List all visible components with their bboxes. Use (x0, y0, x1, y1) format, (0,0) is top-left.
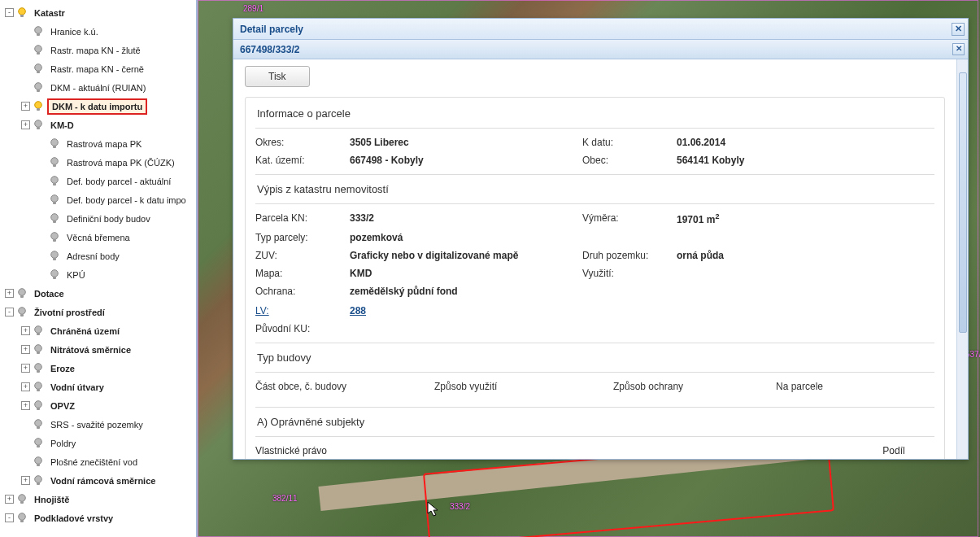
section-title: Informace o parcele (257, 107, 934, 120)
expand-icon[interactable]: + (5, 289, 14, 298)
layer-tree[interactable]: -KatastrHranice k.ú.Rastr. mapa KN - žlu… (0, 0, 198, 537)
tree-node-label: Chráněná území (47, 325, 123, 338)
svg-rect-37 (37, 351, 40, 354)
value: Graficky nebo v digitalizované mapě (350, 250, 577, 261)
tree-node[interactable]: Def. body parcel - aktuální (0, 172, 196, 190)
collapse-icon[interactable]: - (5, 513, 14, 522)
svg-rect-27 (53, 258, 56, 260)
bulb-icon[interactable] (33, 43, 44, 58)
expand-icon[interactable]: + (21, 345, 30, 354)
tree-node[interactable]: SRS - svažité pozemky (0, 415, 196, 434)
bulb-icon[interactable] (49, 249, 60, 264)
bulb-icon[interactable] (16, 305, 28, 320)
tree-node[interactable]: Def. body parcel - k datu impo (0, 190, 196, 209)
expand-icon[interactable]: + (21, 326, 30, 335)
tree-node[interactable]: Hranice k.ú. (0, 22, 196, 41)
svg-point-42 (35, 400, 42, 408)
bulb-icon[interactable] (49, 193, 60, 207)
bulb-icon[interactable] (33, 417, 44, 432)
print-button[interactable]: Tisk (245, 66, 310, 87)
tree-node[interactable]: -Podkladové vrstvy (0, 509, 196, 527)
expand-icon[interactable]: + (21, 364, 30, 373)
tree-node[interactable]: -Katastr (0, 3, 196, 22)
value: orná půda (677, 250, 856, 261)
scrollbar-thumb[interactable] (959, 72, 967, 333)
bulb-icon[interactable] (33, 24, 44, 39)
svg-point-36 (35, 344, 42, 351)
bulb-icon[interactable] (33, 324, 44, 338)
collapse-icon[interactable]: - (5, 8, 14, 17)
tree-node[interactable]: KPÚ (0, 265, 196, 284)
bulb-icon[interactable] (33, 474, 44, 488)
bulb-icon[interactable] (33, 436, 44, 451)
bulb-icon[interactable] (33, 99, 44, 114)
bulb-icon[interactable] (16, 6, 28, 20)
close-icon[interactable]: ✕ (952, 23, 965, 36)
bulb-icon[interactable] (16, 511, 28, 526)
value: pozemková (350, 232, 577, 243)
tree-node[interactable]: +Vodní rámcová směrnice (0, 471, 196, 490)
bulb-icon[interactable] (49, 137, 60, 151)
bulb-icon[interactable] (33, 455, 44, 469)
tree-node[interactable]: +Hnojiště (0, 490, 196, 509)
bulb-icon[interactable] (33, 399, 44, 413)
tree-node[interactable]: Rastrová mapa PK (ČÚZK) (0, 153, 196, 172)
tree-node[interactable]: DKM - aktuální (RUIAN) (0, 78, 196, 97)
dialog-titlebar[interactable]: Detail parcely ✕ (233, 19, 968, 40)
expand-icon[interactable]: + (21, 401, 30, 410)
bulb-icon[interactable] (49, 230, 60, 245)
bulb-icon[interactable] (33, 62, 44, 76)
tree-node[interactable]: -Životní prostředí (0, 303, 196, 321)
lv-link[interactable]: 288 (350, 305, 577, 317)
scrollbar[interactable] (956, 59, 968, 459)
expand-icon[interactable]: + (21, 120, 30, 129)
bulb-icon[interactable] (49, 268, 60, 282)
tree-node[interactable]: Rastr. mapa KN - žlutě (0, 41, 196, 59)
tree-node[interactable]: +OPVZ (0, 396, 196, 415)
tree-node[interactable]: +Chráněná území (0, 321, 196, 340)
svg-point-54 (19, 513, 26, 520)
tree-node[interactable]: +Eroze (0, 359, 196, 378)
bulb-icon[interactable] (49, 155, 60, 170)
label: Obec: (582, 155, 672, 166)
collapse-icon[interactable]: - (5, 308, 14, 317)
bulb-icon[interactable] (33, 380, 44, 395)
tree-node[interactable]: +Dotace (0, 284, 196, 303)
bulb-icon[interactable] (49, 174, 60, 189)
tree-node-label: Adresní body (63, 250, 123, 263)
tree-node[interactable]: Rastr. mapa KN - černě (0, 59, 196, 78)
tree-node[interactable]: +Nitrátová směrnice (0, 340, 196, 359)
spacer (21, 46, 30, 55)
tree-node[interactable]: Adresní body (0, 247, 196, 265)
svg-point-0 (19, 7, 26, 15)
tree-node-label: Nitrátová směrnice (47, 343, 134, 356)
expand-icon[interactable]: + (21, 382, 30, 391)
bulb-icon[interactable] (16, 492, 28, 507)
svg-rect-1 (20, 15, 24, 17)
bulb-icon[interactable] (16, 286, 28, 301)
bulb-icon[interactable] (49, 212, 60, 226)
tree-node[interactable]: Rastrová mapa PK (0, 134, 196, 153)
svg-rect-51 (37, 482, 40, 485)
svg-rect-53 (20, 501, 24, 504)
section-title: Výpis z katastru nemovitostí (257, 183, 934, 195)
bulb-icon[interactable] (33, 118, 44, 133)
bulb-icon[interactable] (33, 361, 44, 376)
map-canvas[interactable]: 289/1 537/2 382/11 333/2 537/2 Detail pa… (198, 0, 980, 537)
svg-rect-23 (53, 220, 56, 223)
close-icon[interactable]: ✕ (952, 43, 965, 55)
tree-node[interactable]: Věcná břemena (0, 228, 196, 247)
tree-node[interactable]: +DKM - k datu importu (0, 97, 196, 116)
expand-icon[interactable]: + (5, 495, 14, 504)
tree-node[interactable]: Definiční body budov (0, 209, 196, 228)
expand-icon[interactable]: + (21, 102, 30, 111)
tree-node[interactable]: +KM-D (0, 116, 196, 134)
bulb-icon[interactable] (33, 343, 44, 357)
lv-label: LV: (255, 305, 345, 317)
tree-node[interactable]: +Vodní útvary (0, 378, 196, 396)
bulb-icon[interactable] (33, 81, 44, 95)
expand-icon[interactable]: + (21, 476, 30, 485)
tree-node[interactable]: Poldry (0, 434, 196, 452)
svg-point-48 (35, 456, 42, 464)
tree-node[interactable]: Plošné znečištění vod (0, 452, 196, 471)
